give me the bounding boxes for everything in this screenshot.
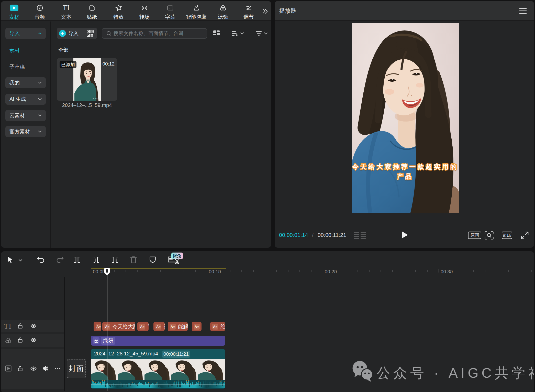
svg-text:▶ 0:12: ▶ 0:12 [93, 98, 98, 100]
